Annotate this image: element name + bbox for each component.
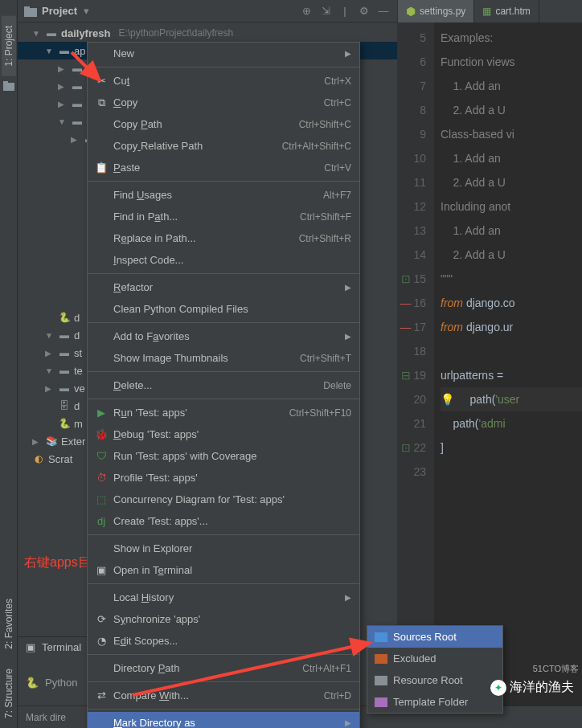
expand-arrow-icon[interactable]: ▶ (32, 437, 42, 446)
gear-icon[interactable]: ⚙ (357, 4, 371, 18)
menu-item[interactable]: Show Image ThumbnailsCtrl+Shift+T (88, 347, 359, 369)
expand-arrow-icon[interactable]: ▼ (45, 366, 55, 375)
library-icon: 📚 (45, 436, 58, 447)
project-toolbar: Project ▾ ⊕ ⇲ | ⚙ — (18, 0, 397, 22)
watermark: ✦ 海洋的渔夫 (490, 679, 574, 696)
tab-label: settings.py (420, 6, 465, 17)
submenu-item[interactable]: Sources Root (367, 626, 502, 648)
menu-item[interactable]: Directory PathCtrl+Alt+F1 (88, 657, 359, 679)
menu-item[interactable]: ▶Run 'Test: apps'Ctrl+Shift+F10 (88, 402, 359, 423)
tab-cart[interactable]: ▦ cart.htm (474, 0, 539, 22)
expand-arrow-icon[interactable]: ▶ (71, 135, 80, 144)
expand-arrow-icon[interactable]: ▼ (45, 331, 55, 340)
project-title[interactable]: Project (42, 5, 77, 17)
tree-label: d (74, 329, 80, 342)
menu-label: Create 'Test: apps'... (113, 515, 351, 527)
expand-arrow-icon[interactable]: ▼ (45, 47, 55, 55)
code-line: 2. Add a U (441, 243, 582, 267)
submenu-item[interactable]: Template Folder (367, 691, 502, 713)
menu-item[interactable]: Find in Path...Ctrl+Shift+F (88, 206, 359, 227)
expand-arrow-icon[interactable]: ▶ (45, 384, 55, 393)
blank-icon (94, 379, 109, 392)
menu-item[interactable]: Replace in Path...Ctrl+Shift+R (88, 227, 359, 249)
expand-arrow-icon[interactable]: ▼ (58, 117, 68, 126)
submenu-arrow-icon: ▶ (345, 593, 351, 602)
menu-item[interactable]: Find UsagesAlt+F7 (88, 184, 359, 206)
menu-item[interactable]: ◔Edit Scopes... (88, 630, 359, 652)
expand-arrow-icon[interactable]: ▶ (45, 349, 55, 358)
menu-item[interactable]: ✂CutCtrl+X (88, 70, 359, 92)
code-line: 2. Add a U (441, 98, 582, 122)
folder-colored-icon (374, 696, 388, 709)
menu-item[interactable]: 🐞Debug 'Test: apps' (88, 423, 359, 445)
tab-favorites[interactable]: 2: Favorites (2, 589, 16, 659)
menu-item[interactable]: Refactor▶ (88, 276, 359, 298)
menu-label: Copy Path (113, 118, 294, 130)
gutter-line: 20 (401, 387, 426, 411)
tree-root[interactable]: ▼ ▬ dailyfresh E:\pythonProject\dailyfre… (18, 24, 397, 42)
menu-separator (88, 534, 359, 535)
menu-item[interactable]: Mark Directory as▶ (88, 712, 359, 728)
menu-label: Copy Relative Path (113, 140, 277, 152)
folder-icon: ▬ (45, 27, 58, 39)
menu-item[interactable]: ⧉CopyCtrl+C (88, 92, 359, 113)
menu-item[interactable]: ⇄Compare With...Ctrl+D (88, 685, 359, 706)
copy-icon: ⧉ (94, 96, 109, 109)
menu-label: Run 'Test: apps' (113, 407, 285, 419)
menu-item[interactable]: Inspect Code... (88, 249, 359, 271)
intention-bulb-icon[interactable]: 💡 (441, 393, 454, 406)
hide-icon[interactable]: — (376, 4, 391, 18)
menu-item[interactable]: Local History▶ (88, 587, 359, 608)
tab-settings[interactable]: ⬢ settings.py (398, 0, 474, 22)
blank-icon (94, 303, 109, 316)
dropdown-arrow-icon[interactable]: ▾ (84, 5, 89, 17)
collapse-icon[interactable]: ⇲ (318, 4, 333, 18)
menu-item[interactable]: ▣Open in Terminal (88, 559, 359, 581)
python-icon: 🐍 (26, 677, 39, 689)
locate-icon[interactable]: ⊕ (299, 4, 314, 18)
code-content[interactable]: Examples:Function views 1. Add an 2. Add… (434, 22, 582, 728)
menu-item[interactable]: Show in Explorer (88, 538, 359, 559)
menu-item[interactable]: ⏱Profile 'Test: apps' (88, 467, 359, 489)
folder-icon (24, 6, 37, 17)
menu-item[interactable]: ⟳Synchronize 'apps' (88, 608, 359, 630)
menu-item[interactable]: Add to Favorites▶ (88, 325, 359, 347)
code-editor[interactable]: 567891011121314⊡15—16—1718⊟192021⊡2223 E… (398, 22, 582, 728)
code-line: """ (441, 267, 582, 291)
menu-separator (88, 654, 359, 655)
tab-project[interactable]: 1: Project (2, 16, 16, 76)
run-icon: ▶ (94, 407, 109, 419)
tab-structure[interactable]: 7: Structure (2, 659, 16, 728)
menu-item[interactable]: Copy Relative PathCtrl+Alt+Shift+C (88, 135, 359, 157)
submenu-item[interactable]: Resource Root (367, 669, 502, 691)
menu-item[interactable]: ⬚Concurrency Diagram for 'Test: apps' (88, 489, 359, 510)
code-line: 1. Add an (441, 146, 582, 170)
expand-arrow-icon[interactable]: ▼ (32, 29, 42, 38)
menu-separator (88, 273, 359, 274)
context-menu: New▶✂CutCtrl+X⧉CopyCtrl+CCopy PathCtrl+S… (87, 42, 360, 728)
python-console-tab[interactable]: 🐍 Python (18, 672, 85, 693)
menu-label: Find in Path... (113, 211, 295, 223)
menu-item[interactable]: djCreate 'Test: apps'... (88, 510, 359, 532)
menu-item[interactable]: New▶ (88, 43, 359, 64)
menu-item[interactable]: Clean Python Compiled Files (88, 298, 359, 320)
submenu-label: Excluded (393, 652, 494, 665)
gutter-line: 13 (401, 219, 426, 243)
menu-item[interactable]: 📋PasteCtrl+V (88, 157, 359, 178)
menu-separator (88, 399, 359, 399)
submenu-mark-directory: Sources RootExcludedResource RootTemplat… (367, 625, 503, 714)
menu-item[interactable]: 🛡Run 'Test: apps' with Coverage (88, 445, 359, 467)
submenu-item[interactable]: Excluded (367, 648, 502, 669)
menu-item[interactable]: Copy PathCtrl+Shift+C (88, 113, 359, 135)
menu-label: Edit Scopes... (113, 635, 351, 647)
expand-arrow-icon[interactable]: ▶ (58, 64, 68, 73)
expand-arrow-icon[interactable]: ▶ (58, 100, 68, 108)
expand-arrow-icon[interactable]: ▶ (58, 82, 68, 91)
code-line: Including anot (441, 194, 582, 219)
gutter-line: 21 (401, 411, 426, 436)
code-line: 2. Add a U (441, 170, 582, 194)
menu-item[interactable]: Delete...Delete (88, 374, 359, 396)
python-icon: 🐍 (58, 418, 71, 429)
code-line (441, 339, 582, 363)
menu-label: Compare With... (113, 689, 319, 701)
